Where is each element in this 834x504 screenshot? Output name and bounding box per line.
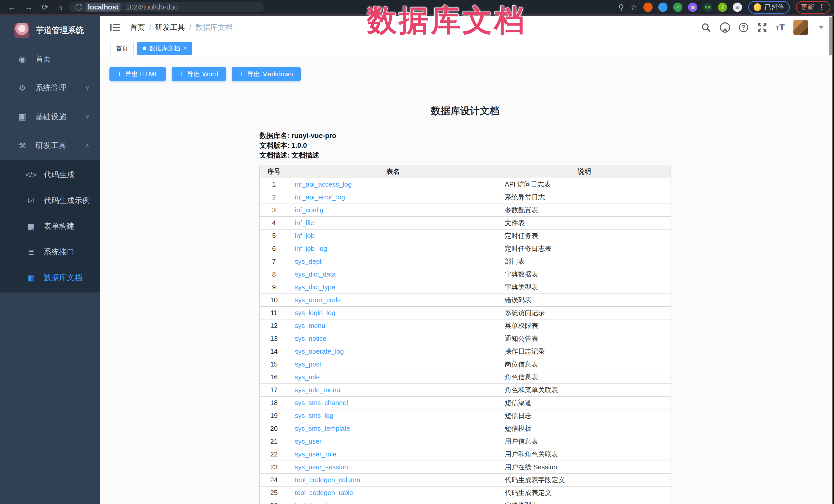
table-name-link[interactable]: inf_config <box>295 206 324 214</box>
tab-数据库文档[interactable]: 数据库文档× <box>137 42 192 55</box>
extension-green-check-icon[interactable]: ✓ <box>673 3 682 12</box>
browser-update-button[interactable]: 更新 ⋮ <box>796 1 830 14</box>
table-row: 13sys_notice通知公告表 <box>260 332 671 345</box>
home-icon[interactable]: ⌂ <box>57 3 62 11</box>
vertical-scrollbar[interactable] <box>829 17 832 56</box>
kebab-menu-icon[interactable]: ⋮ <box>818 3 826 12</box>
row-description-cell: 字典数据表 <box>498 268 671 281</box>
font-size-icon[interactable]: TT <box>776 22 785 32</box>
row-seq-cell: 24 <box>260 474 288 486</box>
breadcrumb-item[interactable]: 首页 <box>130 22 145 32</box>
table-name-link[interactable]: sys_error_code <box>295 296 341 304</box>
table-column-header: 表名 <box>288 165 498 178</box>
close-icon[interactable]: × <box>183 45 187 52</box>
export-html-button[interactable]: +导出 HTML <box>109 67 166 81</box>
table-row: 14sys_operate_log操作日志记录 <box>260 345 671 358</box>
table-name-link[interactable]: inf_api_access_log <box>295 180 352 188</box>
sidebar-item-system[interactable]: ⚙系统管理∨ <box>0 73 100 102</box>
extension-icons: ✓▦on2▣ <box>643 3 742 12</box>
sidebar-item-form-builder[interactable]: ▦表单构建 <box>0 213 100 239</box>
table-name-link[interactable]: sys_dict_data <box>295 270 336 278</box>
table-name-link[interactable]: sys_login_log <box>295 309 335 316</box>
table-name-link[interactable]: sys_user_session <box>295 463 348 471</box>
breadcrumb-item[interactable]: 研发工具 <box>155 22 185 32</box>
chevron-down-icon[interactable] <box>818 26 824 29</box>
extension-grid-icon[interactable]: ▦ <box>688 3 697 12</box>
row-description-cell: 系统访问记录 <box>498 306 671 319</box>
extension-leaf-icon[interactable]: 2 <box>718 3 727 12</box>
help-icon[interactable]: ? <box>739 23 748 32</box>
row-seq-cell: 21 <box>260 435 288 448</box>
db-doc-document: 数据库设计文档 数据库名: ruoyi-vue-pro文档版本: 1.0.0文档… <box>260 104 671 504</box>
table-name-link[interactable]: tool_codegen_table <box>295 489 353 497</box>
table-name-link[interactable]: sys_menu <box>295 322 326 329</box>
sidebar-item-home[interactable]: ◉首页 <box>0 45 100 73</box>
row-seq-cell: 20 <box>260 422 288 435</box>
table-name-link[interactable]: sys_user <box>295 437 322 445</box>
row-table-name-cell: sys_login_log <box>288 306 498 319</box>
table-row: 16sys_role角色信息表 <box>260 371 671 384</box>
row-table-name-cell: inf_api_access_log <box>288 178 498 191</box>
tab-首页[interactable]: 首页 <box>110 42 134 55</box>
table-name-link[interactable]: sys_role_menu <box>295 386 340 394</box>
sidebar-item-devtools[interactable]: ⚒研发工具∧ <box>0 131 100 160</box>
table-name-link[interactable]: inf_job <box>295 232 315 240</box>
sidebar-item-system-api[interactable]: ≣系统接口 <box>0 239 100 265</box>
table-name-link[interactable]: sys_role <box>295 373 320 381</box>
table-name-link[interactable]: sys_notice <box>295 335 327 342</box>
breadcrumb-item: 数据库文档 <box>195 22 233 32</box>
extension-on-icon[interactable]: on <box>703 3 712 12</box>
table-name-link[interactable]: sys_sms_log <box>295 412 333 419</box>
paused-extension-badge[interactable]: 已暂停 <box>748 1 790 14</box>
table-name-link[interactable]: sys_operate_log <box>295 348 344 355</box>
row-table-name-cell: sys_menu <box>288 319 498 332</box>
table-name-link[interactable]: sys_user_role <box>295 450 336 458</box>
table-name-link[interactable]: sys_sms_template <box>295 424 350 432</box>
table-name-link[interactable]: sys_dict_type <box>295 283 335 291</box>
row-description-cell: API 访问日志表 <box>498 178 671 191</box>
row-table-name-cell: sys_operate_log <box>288 345 498 358</box>
app-logo-row[interactable]: 芋道管理系统 <box>0 16 100 45</box>
extension-orange-icon[interactable] <box>643 3 653 12</box>
table-name-link[interactable]: inf_api_error_log <box>295 193 345 201</box>
sidebar-item-codegen[interactable]: </>代码生成 <box>0 162 100 188</box>
address-bar[interactable]: i localhost :1024/tool/db-doc <box>69 2 264 12</box>
row-seq-cell: 6 <box>260 242 288 255</box>
table-name-link[interactable]: tool_codegen_column <box>295 476 360 484</box>
table-row: 24tool_codegen_column代码生成表字段定义 <box>260 474 671 486</box>
password-key-icon[interactable]: ⚲ <box>618 3 624 12</box>
meta-value: 文档描述 <box>292 151 320 159</box>
site-info-icon[interactable]: i <box>75 4 82 10</box>
table-name-link[interactable]: sys_sms_channel <box>295 399 348 407</box>
reload-icon[interactable]: ⟳ <box>42 3 48 11</box>
extension-blue-drop-icon[interactable] <box>658 3 667 12</box>
table-name-link[interactable]: sys_dept <box>295 258 322 265</box>
extension-puzzle-icon[interactable]: ▣ <box>733 3 742 12</box>
fullscreen-icon[interactable] <box>757 22 767 32</box>
row-seq-cell: 13 <box>260 332 288 345</box>
export-word-button[interactable]: +导出 Word <box>172 67 226 81</box>
sidebar-item-db-doc-label: 数据库文档 <box>44 272 82 283</box>
row-table-name-cell: inf_job <box>288 229 498 242</box>
table-name-link[interactable]: inf_file <box>295 219 314 227</box>
sidebar-collapse-icon[interactable] <box>110 23 120 32</box>
chevron-icon: ∧ <box>85 142 89 149</box>
table-name-link[interactable]: tool_test_demo <box>295 501 341 504</box>
row-seq-cell: 14 <box>260 345 288 358</box>
sidebar-item-codegen-demo[interactable]: ☑代码生成示例 <box>0 188 100 213</box>
table-name-link[interactable]: inf_job_log <box>295 245 327 253</box>
forward-icon[interactable]: → <box>25 3 33 11</box>
sidebar-item-infra[interactable]: ▣基础设施∨ <box>0 102 100 131</box>
github-icon[interactable] <box>720 22 730 32</box>
row-table-name-cell: sys_sms_template <box>288 422 498 435</box>
table-name-link[interactable]: sys_post <box>295 360 322 368</box>
back-icon[interactable]: ← <box>8 3 16 11</box>
form-icon: ▦ <box>25 222 37 231</box>
bookmark-star-icon[interactable]: ☆ <box>630 3 637 12</box>
meta-line: 文档版本: 1.0.0 <box>260 140 671 150</box>
row-description-cell: 角色和菜单关联表 <box>498 384 671 396</box>
search-icon[interactable] <box>701 22 711 32</box>
export-markdown-button[interactable]: +导出 Markdown <box>232 67 301 81</box>
avatar[interactable] <box>793 20 808 35</box>
sidebar-item-db-doc[interactable]: ▦数据库文档 <box>0 265 100 290</box>
